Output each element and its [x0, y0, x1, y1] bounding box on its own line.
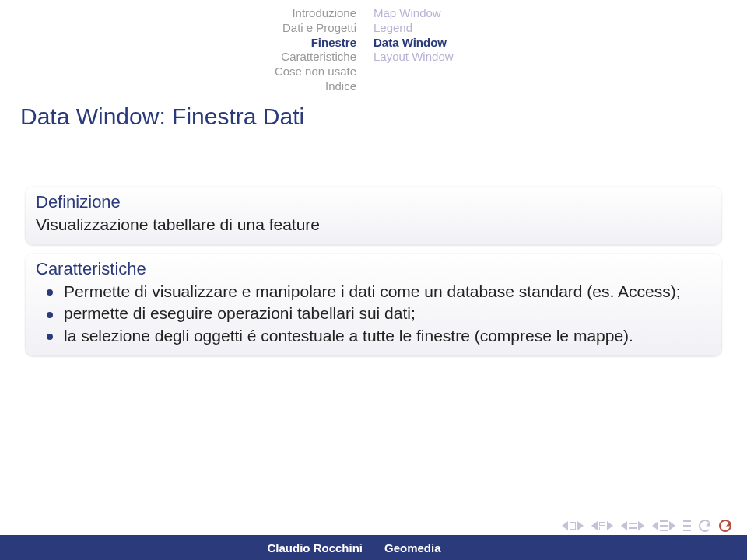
footer-author: Claudio Rocchini — [0, 541, 374, 555]
nav-prev-slide[interactable] — [562, 521, 584, 530]
nav-sections: Introduzione Dati e Progetti Finestre Ca… — [14, 6, 356, 94]
beamer-nav-controls — [562, 520, 731, 532]
block-characteristics: Caratteristiche Permette di visualizzare… — [25, 253, 722, 356]
frame-title: Data Window: Finestra Dati — [0, 94, 747, 133]
bullet-item: la selezione degli oggetti é contestuale… — [51, 325, 711, 347]
nav-prev-frame[interactable] — [591, 521, 613, 530]
nav-quit-icon[interactable] — [719, 520, 731, 532]
nav-section-item[interactable]: Caratteristiche — [14, 50, 356, 65]
nav-section-item-current[interactable]: Finestre — [14, 36, 356, 51]
nav-section-item[interactable]: Dati e Progetti — [14, 21, 356, 36]
triangle-left-icon — [621, 521, 627, 530]
nav-prev-subsection[interactable] — [621, 521, 644, 530]
bullet-item: permette di eseguire operazioni tabellar… — [51, 303, 711, 324]
triangle-right-icon — [638, 521, 644, 530]
nav-subsections: Map Window Legend Data Window Layout Win… — [374, 6, 454, 94]
block-title: Definizione — [36, 192, 711, 212]
block-title: Caratteristiche — [36, 259, 711, 279]
bullet-item: Permette di visualizzare e manipolare i … — [51, 281, 711, 303]
subsection-icon — [629, 523, 637, 529]
frame-icon — [599, 522, 605, 530]
footer-bar: Claudio Rocchini Geomedia — [0, 535, 747, 560]
slide: Introduzione Dati e Progetti Finestre Ca… — [0, 0, 747, 560]
nav-back-icon[interactable] — [699, 520, 711, 532]
triangle-right-icon — [577, 521, 584, 530]
section-icon — [660, 520, 668, 531]
header-nav: Introduzione Dati e Progetti Finestre Ca… — [0, 0, 747, 94]
nav-subsection-item-current[interactable]: Data Window — [374, 36, 454, 51]
slide-icon — [570, 522, 576, 530]
nav-section-item[interactable]: Introduzione — [14, 6, 356, 21]
triangle-right-icon — [607, 521, 613, 530]
nav-prev-section[interactable] — [652, 520, 675, 531]
triangle-left-icon — [591, 521, 598, 530]
bullet-list: Permette di visualizzare e manipolare i … — [36, 281, 711, 347]
nav-subsection-item[interactable]: Legend — [374, 21, 454, 36]
nav-section-item[interactable]: Cose non usate — [14, 65, 356, 79]
section-icon-standalone — [683, 520, 691, 531]
triangle-left-icon — [562, 521, 568, 530]
footer-title: Geomedia — [374, 541, 747, 555]
triangle-left-icon — [652, 521, 658, 530]
block-body-text: Visualizzazione tabellare di una feature — [36, 214, 711, 236]
block-definition: Definizione Visualizzazione tabellare di… — [25, 186, 722, 245]
nav-subsection-item[interactable]: Layout Window — [374, 50, 454, 65]
nav-section-item[interactable]: Indice — [14, 79, 356, 94]
content: Definizione Visualizzazione tabellare di… — [0, 133, 747, 356]
triangle-right-icon — [669, 521, 675, 530]
nav-subsection-item[interactable]: Map Window — [374, 6, 454, 21]
